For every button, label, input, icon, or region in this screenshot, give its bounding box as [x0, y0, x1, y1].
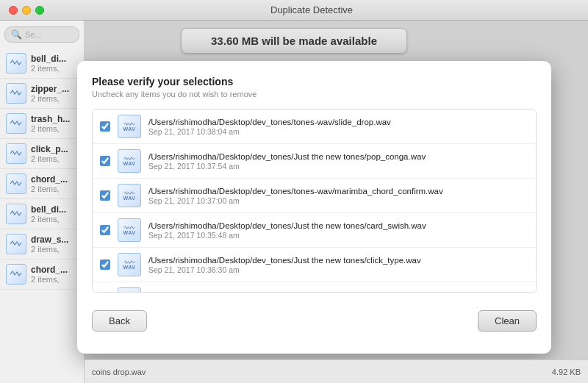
sidebar-item-name-0: bell_di... — [31, 54, 66, 64]
sidebar-item-name-2: trash_h... — [31, 114, 70, 124]
file-list: WAV /Users/rishimodha/Desktop/dev_tones/… — [92, 109, 537, 293]
sidebar-item-sub-5: 2 items, — [31, 215, 66, 223]
sidebar-item-2[interactable]: trash_h... 2 items, — [0, 109, 84, 139]
file-path-4: /Users/rishimodha/Desktop/dev_tones/Just… — [148, 256, 528, 265]
sidebar-item-name-7: chord_... — [31, 265, 68, 275]
sidebar-item-6[interactable]: draw_s... 2 items, — [0, 229, 84, 259]
sidebar-item-sub-6: 2 items, — [31, 245, 68, 254]
sidebar-item-0[interactable]: bell_di... 2 items, — [0, 49, 84, 79]
file-item-3: WAV /Users/rishimodha/Desktop/dev_tones/… — [93, 213, 536, 248]
file-list-inner[interactable]: WAV /Users/rishimodha/Desktop/dev_tones/… — [93, 110, 536, 292]
wav-file-icon-1: WAV — [118, 149, 141, 173]
file-info-1: /Users/rishimodha/Desktop/dev_tones/Just… — [148, 152, 528, 171]
sidebar-item-name-1: zipper_... — [31, 84, 69, 94]
file-path-1: /Users/rishimodha/Desktop/dev_tones/Just… — [148, 152, 528, 161]
sidebar-item-4[interactable]: chord_... 2 items, — [0, 169, 84, 199]
sidebar-item-sub-3: 2 items, — [31, 154, 68, 163]
sidebar-item-name-6: draw_s... — [31, 235, 68, 245]
file-info-3: /Users/rishimodha/Desktop/dev_tones/Just… — [148, 221, 528, 240]
sidebar-item-5[interactable]: bell_di... 2 items, — [0, 199, 84, 229]
window-chrome: Duplicate Detective — [0, 0, 588, 21]
bottom-bar: coins drop.wav 4.92 KB — [85, 359, 588, 383]
wav-file-icon-2: WAV — [118, 184, 141, 207]
file-checkbox-0[interactable] — [100, 121, 110, 132]
sidebar-item-7[interactable]: chord_... 2 items, — [0, 259, 84, 290]
modal-content: WAV /Users/rishimodha/Desktop/dev_tones/… — [92, 109, 537, 332]
sidebar-file-icon-3 — [6, 143, 26, 164]
file-checkbox-1[interactable] — [100, 156, 110, 166]
file-path-5: /Users/rishimodha/Desktop/dev_tones/Just… — [148, 290, 528, 293]
file-date-1: Sep 21, 2017 10:37:54 am — [148, 162, 528, 171]
file-info-0: /Users/rishimodha/Desktop/dev_tones/tone… — [148, 118, 528, 136]
sidebar-file-icon-6 — [6, 234, 26, 254]
close-button[interactable] — [9, 6, 18, 15]
bottom-bar-text: coins drop.wav — [92, 368, 146, 376]
app-background: 33.60 MB will be made available 🔍 Se... … — [0, 21, 588, 383]
wav-file-icon-4: WAV — [118, 253, 141, 276]
sidebar-file-icon-2 — [6, 113, 26, 134]
sidebar-item-name-3: click_p... — [31, 144, 68, 154]
sidebar-item-name-4: chord_... — [31, 174, 68, 185]
modal-title: Please verify your selections — [92, 76, 537, 87]
file-info-5: /Users/rishimodha/Desktop/dev_tones/Just… — [148, 290, 528, 293]
maximize-button[interactable] — [35, 6, 44, 15]
wav-file-icon-5: WAV — [118, 287, 141, 292]
traffic-lights — [9, 6, 44, 15]
sidebar-item-sub-7: 2 items, — [31, 275, 68, 284]
window-title: Duplicate Detective — [44, 4, 579, 15]
file-item-2: WAV /Users/rishimodha/Desktop/dev_tones/… — [93, 179, 536, 213]
clean-button[interactable]: Clean — [478, 310, 537, 332]
file-date-2: Sep 21, 2017 10:37:00 am — [148, 196, 528, 205]
search-icon: 🔍 — [11, 29, 22, 40]
file-info-2: /Users/rishimodha/Desktop/dev_tones/tone… — [148, 187, 528, 205]
modal-footer: Back Clean — [92, 310, 537, 332]
sidebar-file-icon-5 — [6, 204, 26, 224]
file-item-1: WAV /Users/rishimodha/Desktop/dev_tones/… — [93, 144, 536, 179]
sidebar-search[interactable]: 🔍 Se... — [4, 26, 79, 43]
file-path-3: /Users/rishimodha/Desktop/dev_tones/Just… — [148, 221, 528, 230]
wav-file-icon-3: WAV — [118, 218, 141, 242]
sidebar-file-icon-0 — [6, 53, 26, 74]
file-checkbox-4[interactable] — [100, 259, 110, 270]
file-path-2: /Users/rishimodha/Desktop/dev_tones/tone… — [148, 187, 528, 196]
minimize-button[interactable] — [22, 6, 31, 15]
search-placeholder: Se... — [25, 30, 42, 39]
file-item-4: WAV /Users/rishimodha/Desktop/dev_tones/… — [93, 248, 536, 282]
sidebar-file-icon-1 — [6, 83, 26, 104]
bottom-bar-size: 4.92 KB — [552, 368, 581, 376]
sidebar-item-3[interactable]: click_p... 2 items, — [0, 139, 84, 169]
sidebar-item-1[interactable]: zipper_... 2 items, — [0, 79, 84, 109]
sidebar-item-sub-0: 2 items, — [31, 64, 66, 73]
file-date-3: Sep 21, 2017 10:35:48 am — [148, 231, 528, 240]
sidebar-item-sub-4: 2 items, — [31, 185, 68, 193]
file-info-4: /Users/rishimodha/Desktop/dev_tones/Just… — [148, 256, 528, 274]
sidebar-item-name-5: bell_di... — [31, 204, 66, 215]
sidebar-file-icon-7 — [6, 264, 26, 284]
file-checkbox-2[interactable] — [100, 190, 110, 201]
file-date-0: Sep 21, 2017 10:38:04 am — [148, 127, 528, 136]
sidebar-item-sub-2: 2 items, — [31, 124, 70, 133]
file-item-5: WAV /Users/rishimodha/Desktop/dev_tones/… — [93, 282, 536, 292]
modal-subtitle: Uncheck any items you do not wish to rem… — [92, 90, 537, 99]
file-item-0: WAV /Users/rishimodha/Desktop/dev_tones/… — [93, 110, 536, 144]
size-header: 33.60 MB will be made available — [181, 28, 407, 54]
sidebar: 🔍 Se... bell_di... 2 items, zipper_ — [0, 21, 85, 383]
wav-file-icon-0: WAV — [118, 115, 141, 138]
file-date-4: Sep 21, 2017 10:36:30 am — [148, 265, 528, 274]
sidebar-item-sub-1: 2 items, — [31, 94, 69, 103]
file-checkbox-3[interactable] — [100, 225, 110, 235]
back-button[interactable]: Back — [92, 310, 147, 332]
sidebar-file-icon-4 — [6, 173, 26, 194]
file-path-0: /Users/rishimodha/Desktop/dev_tones/tone… — [148, 118, 528, 126]
modal-dialog: Please verify your selections Uncheck an… — [77, 61, 551, 354]
